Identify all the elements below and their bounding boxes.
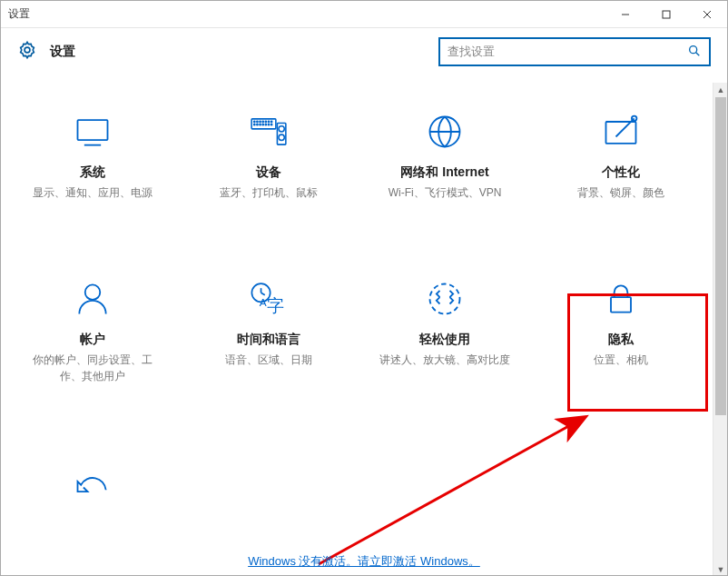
svg-line-6 [696,52,700,55]
tile-ease-of-access[interactable]: 轻松使用 讲述人、放大镜、高对比度 [357,275,533,388]
tile-subtitle: 背景、锁屏、颜色 [577,184,664,201]
svg-point-11 [257,121,258,122]
tile-subtitle: 语音、区域、日期 [225,352,312,368]
svg-rect-1 [663,11,670,18]
tile-title: 设备 [256,164,281,181]
close-button[interactable] [686,1,727,28]
content-area: 系统 显示、通知、应用、电源 设备 蓝牙、打印机、鼠标 网络和 In [1,83,727,576]
tile-title: 网络和 Internet [400,164,488,181]
tile-title: 轻松使用 [419,332,470,348]
globe-icon [425,112,465,152]
display-icon [73,112,113,152]
tile-subtitle: 蓝牙、打印机、鼠标 [220,184,318,201]
svg-point-31 [632,116,637,121]
search-placeholder: 查找设置 [448,44,495,60]
settings-tiles: 系统 显示、通知、应用、电源 设备 蓝牙、打印机、鼠标 网络和 In [1,108,713,519]
svg-text:字: 字 [267,296,284,315]
tile-devices[interactable]: 设备 蓝牙、打印机、鼠标 [181,108,357,204]
tile-personalization[interactable]: 个性化 背景、锁屏、颜色 [533,108,709,204]
tile-title: 个性化 [602,164,640,181]
search-input[interactable]: 查找设置 [438,37,711,66]
tile-accounts[interactable]: 帐户 你的帐户、同步设置、工作、其他用户 [5,275,181,388]
svg-point-38 [430,284,460,314]
tile-subtitle: 讲述人、放大镜、高对比度 [379,352,510,368]
tile-system[interactable]: 系统 显示、通知、应用、电源 [5,108,181,204]
svg-rect-7 [78,120,108,140]
svg-point-17 [254,124,255,125]
tile-subtitle: 位置、相机 [594,352,648,368]
undo-icon [73,462,113,502]
window-title: 设置 [8,6,605,22]
search-icon [687,44,702,61]
svg-point-21 [265,124,266,125]
activation-link[interactable]: Windows 没有激活。请立即激活 Windows。 [248,554,480,568]
svg-point-25 [279,126,284,132]
paint-icon [601,112,641,152]
svg-point-18 [257,124,258,125]
svg-point-10 [254,121,255,122]
svg-line-35 [261,293,265,295]
svg-point-12 [260,121,261,122]
activation-notice: Windows 没有激活。请立即激活 Windows。 [1,553,727,570]
svg-point-13 [262,121,263,122]
svg-point-20 [262,124,263,125]
svg-point-4 [25,47,30,53]
tile-network[interactable]: 网络和 Internet Wi-Fi、飞行模式、VPN [357,108,533,204]
window-titlebar: 设置 [1,1,727,28]
svg-point-16 [271,121,272,122]
scroll-up-icon[interactable]: ▲ [713,83,727,97]
tile-title: 系统 [80,164,105,181]
maximize-button[interactable] [645,1,686,28]
tile-title: 时间和语言 [237,332,300,348]
tile-title: 隐私 [608,332,634,348]
tile-update[interactable] [5,459,181,519]
svg-text:A: A [260,296,267,309]
scrollbar[interactable]: ▲ ▼ [713,83,727,576]
svg-point-26 [279,134,284,140]
tile-title: 帐户 [80,332,105,348]
person-icon [73,279,113,319]
svg-point-32 [85,284,101,300]
svg-point-15 [268,121,269,122]
svg-point-22 [268,124,269,125]
time-language-icon: 字 A [249,279,289,319]
svg-point-19 [260,124,261,125]
tile-subtitle: 显示、通知、应用、电源 [33,184,152,201]
devices-icon [249,112,289,152]
scrollbar-thumb[interactable] [715,97,726,415]
window-controls [605,1,727,28]
tile-privacy[interactable]: 隐私 位置、相机 [533,275,709,388]
ease-icon [425,279,465,319]
scroll-down-icon[interactable]: ▼ [713,562,727,576]
svg-point-23 [271,124,272,125]
gear-icon [17,40,37,64]
app-title: 设置 [50,44,429,60]
svg-rect-39 [611,297,631,313]
tile-time-language[interactable]: 字 A 时间和语言 语音、区域、日期 [181,275,357,388]
tile-subtitle: Wi-Fi、飞行模式、VPN [389,184,502,201]
header: 设置 查找设置 [1,28,727,83]
svg-point-5 [690,45,697,53]
tile-subtitle: 你的帐户、同步设置、工作、其他用户 [25,352,161,384]
svg-point-14 [265,121,266,122]
lock-icon [601,279,641,319]
minimize-button[interactable] [605,1,645,28]
